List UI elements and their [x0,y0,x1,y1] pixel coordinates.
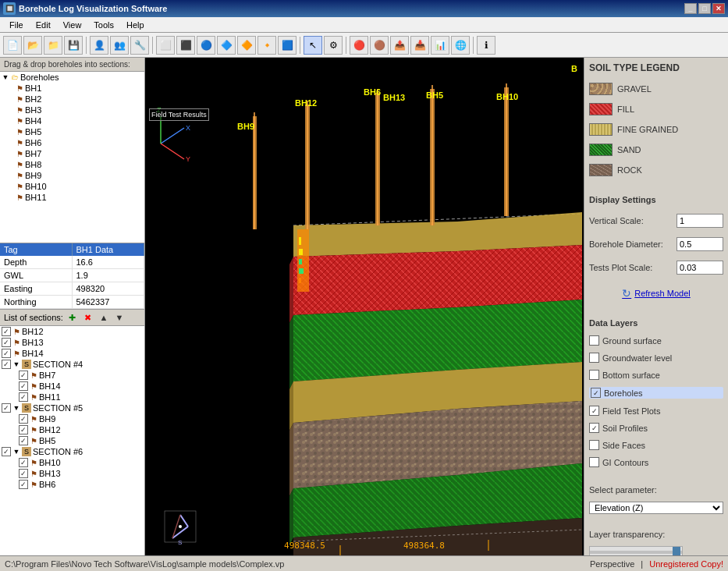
new-button[interactable]: 📄 [3,36,22,55]
add-section-button[interactable]: ✚ [66,311,79,324]
cube1-button[interactable]: ⬜ [156,36,175,55]
section6-bh6[interactable]: ✓ ⚑ BH6 [0,479,144,490]
bh2-item[interactable]: ⚑ BH2 [0,94,144,105]
borehole-diameter-input[interactable] [677,237,723,251]
checkbox-s6bh13[interactable]: ✓ [19,469,28,478]
cb-gi-contours[interactable] [589,457,599,467]
viewport[interactable]: X Y Z [145,58,584,555]
cb-side-faces[interactable] [589,440,599,450]
drill1-button[interactable]: 🔴 [350,36,368,55]
bh1-item[interactable]: ⚑ BH1 [0,83,144,94]
export-button[interactable]: 📤 [390,36,409,55]
cb-soil-profiles[interactable]: ✓ [589,423,599,433]
refresh-model-button[interactable]: ↻ Refresh Model [620,286,692,301]
checkbox-bh14-a[interactable]: ✓ [2,349,11,358]
section4-bh14[interactable]: ✓ ⚑ BH14 [0,381,144,392]
import-button[interactable]: 📥 [410,36,429,55]
chart-button[interactable]: 📊 [431,36,449,55]
checkbox-s5bh12[interactable]: ✓ [19,425,28,434]
move-up-button[interactable]: ▲ [98,311,110,324]
globe-button[interactable]: 🌐 [451,36,470,55]
checkbox-s4bh14[interactable]: ✓ [19,381,28,391]
bh8-item[interactable]: ⚑ BH8 [0,159,144,170]
section4-label: SECTION #4 [33,360,83,369]
vertical-scale-input[interactable] [677,214,723,228]
cb-field-test-plots[interactable]: ✓ [589,406,599,416]
remove-section-button[interactable]: ✖ [82,311,94,324]
section-bh13-a[interactable]: ✓ ⚑ BH13 [0,337,144,348]
gear-button[interactable]: ⚙ [324,36,343,55]
checkbox-s5bh9[interactable]: ✓ [19,414,28,424]
section-bh14-a[interactable]: ✓ ⚑ BH14 [0,348,144,359]
cube3-button[interactable]: 🔵 [197,36,215,55]
checkbox-bh13-a[interactable]: ✓ [2,338,11,347]
checkbox-s6bh10[interactable]: ✓ [19,458,28,467]
section4-header[interactable]: ✓ ▼ S SECTION #4 [0,359,144,370]
select-button[interactable]: ↖ [304,36,322,55]
checkbox-section5[interactable]: ✓ [2,403,11,413]
checkbox-s6bh6[interactable]: ✓ [19,480,28,489]
checkbox-section6[interactable]: ✓ [2,447,11,456]
cb-ground-surface[interactable] [589,335,599,346]
help-button[interactable]: ℹ [477,36,495,55]
section5-header[interactable]: ✓ ▼ S SECTION #5 [0,403,144,413]
checkbox-bh12-a[interactable]: ✓ [2,327,11,336]
bh7-item[interactable]: ⚑ BH7 [0,148,144,159]
bh4-item[interactable]: ⚑ BH4 [0,115,144,126]
cube7-button[interactable]: 🟦 [278,36,297,55]
bh6-item[interactable]: ⚑ BH6 [0,137,144,148]
bh3-item[interactable]: ⚑ BH3 [0,105,144,115]
cb-groundwater[interactable] [589,353,599,363]
bh9-item[interactable]: ⚑ BH9 [0,170,144,181]
checkbox-section4[interactable]: ✓ [2,360,11,369]
menu-view[interactable]: View [57,19,88,31]
user2-button[interactable]: 👥 [110,36,129,55]
boreholes-root[interactable]: ▼ 🗁 Boreholes [0,72,144,83]
checkbox-s4bh7[interactable]: ✓ [19,371,28,380]
save-button[interactable]: 💾 [64,36,83,55]
tag-northing: Northing [0,296,73,308]
cube6-button[interactable]: 🔸 [257,36,276,55]
cb-boreholes[interactable]: ✓ [591,388,601,398]
cb-bottom-surface[interactable] [589,370,599,380]
borehole-tree[interactable]: ▼ 🗁 Boreholes ⚑ BH1 ⚑ BH2 ⚑ BH3 ⚑ BH4 ⚑ [0,72,144,243]
tool-button[interactable]: 🔧 [130,36,149,55]
cube4-button[interactable]: 🔷 [217,36,236,55]
select-parameter-dropdown[interactable]: Elevation (Z) [589,502,723,514]
open-button[interactable]: 📂 [23,36,42,55]
slider-thumb[interactable] [673,547,680,555]
bh10-item[interactable]: ⚑ BH10 [0,181,144,192]
section6-header[interactable]: ✓ ▼ S SECTION #6 [0,446,144,457]
drill2-button[interactable]: 🟤 [370,36,389,55]
section6-bh13[interactable]: ✓ ⚑ BH13 [0,468,144,479]
maximize-button[interactable]: □ [698,3,711,14]
sep1 [86,37,87,54]
bh11-item[interactable]: ⚑ BH11 [0,192,144,203]
tests-plot-scale-input[interactable] [677,261,723,275]
section5-bh12[interactable]: ✓ ⚑ BH12 [0,424,144,435]
checkbox-s5bh5[interactable]: ✓ [19,436,28,445]
section4-bh7[interactable]: ✓ ⚑ BH7 [0,370,144,381]
title-bar-buttons[interactable]: _ □ ✕ [684,3,725,14]
section5-bh5[interactable]: ✓ ⚑ BH5 [0,435,144,446]
section5-bh9[interactable]: ✓ ⚑ BH9 [0,413,144,424]
checkbox-s4bh11[interactable]: ✓ [19,392,28,402]
close-button[interactable]: ✕ [712,3,725,14]
minimize-button[interactable]: _ [684,3,697,14]
transparency-slider[interactable] [589,546,683,555]
open2-button[interactable]: 📁 [44,36,62,55]
vertical-scale-row: Vertical Scale: [589,214,723,228]
section4-bh11[interactable]: ✓ ⚑ BH11 [0,392,144,403]
cube5-button[interactable]: 🔶 [237,36,256,55]
user1-button[interactable]: 👤 [90,36,108,55]
menu-tools[interactable]: Tools [87,19,120,31]
bh5-item[interactable]: ⚑ BH5 [0,126,144,137]
cube2-button[interactable]: ⬛ [176,36,195,55]
menu-edit[interactable]: Edit [30,19,57,31]
section6-bh10[interactable]: ✓ ⚑ BH10 [0,457,144,468]
move-down-button[interactable]: ▼ [113,311,126,324]
menu-file[interactable]: File [3,19,30,31]
sections-tree[interactable]: ✓ ⚑ BH12 ✓ ⚑ BH13 ✓ ⚑ BH14 ✓ ▼ [0,326,144,555]
menu-help[interactable]: Help [120,19,151,31]
section-bh12-a[interactable]: ✓ ⚑ BH12 [0,326,144,337]
